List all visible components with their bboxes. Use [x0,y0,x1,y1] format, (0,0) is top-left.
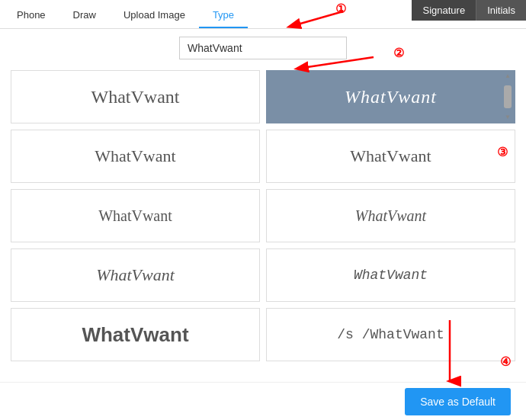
signature-button[interactable]: Signature [412,0,476,21]
sig-text-2: WhatVwant [345,87,437,107]
sig-option-1[interactable]: WhatVwant [11,70,260,123]
initials-button[interactable]: Initials [476,0,526,21]
sig-option-7[interactable]: WhatVwant [11,248,260,302]
sig-option-9[interactable]: WhatVwant [11,308,260,361]
scrollbar-thumb [504,85,512,108]
sig-text-5: WhatVwant [98,207,172,225]
sig-text-3: WhatVwant [95,146,175,166]
sig-text-8: WhatVwant [354,268,428,283]
sig-text-9: WhatVwant [82,323,188,347]
sig-text-10: /s /WhatVwant [337,327,444,342]
tab-phone[interactable]: Phone [3,3,59,28]
sig-text-4: WhatVwant [350,146,431,166]
save-default-button[interactable]: Save as Default [405,388,511,415]
sig-option-6[interactable]: WhatVwant [266,189,515,242]
sig-option-4[interactable]: WhatVwant [266,130,515,183]
sig-option-3[interactable]: WhatVwant [11,130,260,183]
sig-text-7: WhatVwant [96,265,175,285]
tab-draw[interactable]: Draw [59,3,110,28]
sig-option-5[interactable]: WhatVwant [11,189,260,242]
signature-grid: WhatVwant WhatVwant ▲ ▼ WhatVwant WhatVw… [0,67,526,364]
top-right-buttons: Signature Initials [412,0,526,21]
signature-text-input[interactable] [179,37,347,59]
sig-option-10[interactable]: /s /WhatVwant [266,308,515,361]
tab-upload[interactable]: Upload Image [110,3,199,28]
bottom-bar: Save as Default [0,382,526,420]
sig-text-1: WhatVwant [91,87,180,107]
sig-text-6: WhatVwant [355,207,426,225]
scrollbar: ▲ ▼ [503,72,512,122]
text-input-row [0,29,526,67]
tab-type[interactable]: Type [199,3,248,28]
sig-option-2[interactable]: WhatVwant ▲ ▼ [266,70,515,123]
sig-option-8[interactable]: WhatVwant [266,248,515,302]
